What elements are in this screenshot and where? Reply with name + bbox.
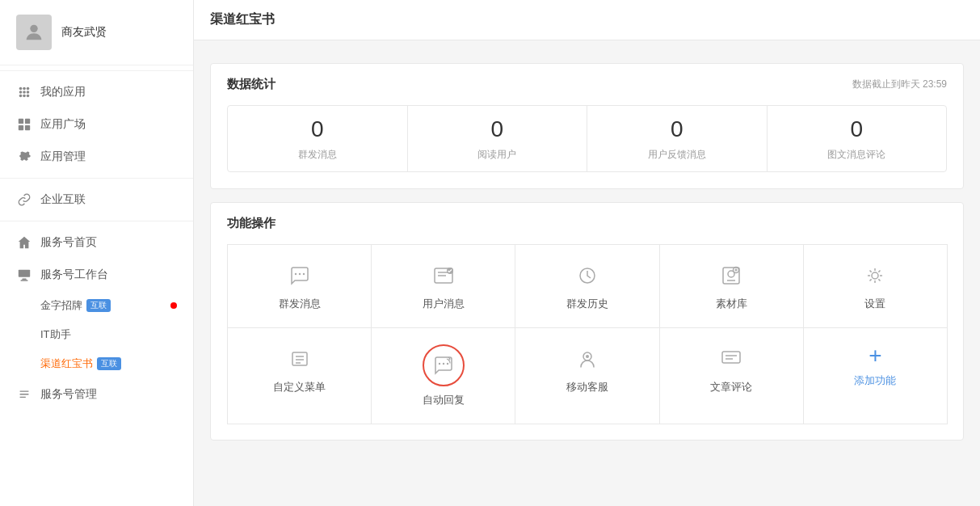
sidebar-label-my-apps: 我的应用 xyxy=(40,85,86,99)
svg-point-17 xyxy=(294,272,296,274)
stat-user-feedback: 0 用户反馈消息 xyxy=(587,105,768,172)
func-label-settings: 设置 xyxy=(864,297,885,311)
sidebar-label-service-workbench: 服务号工作台 xyxy=(40,268,108,282)
sidebar-sub-label-jinzi: 金字招牌 xyxy=(40,298,82,313)
func-section: 功能操作 群发消息 xyxy=(210,202,964,441)
apps-icon xyxy=(16,85,32,99)
stat-label-0: 群发消息 xyxy=(236,148,399,162)
func-label-add: 添加功能 xyxy=(854,373,896,388)
svg-point-37 xyxy=(443,362,444,364)
material-icon xyxy=(717,261,746,290)
func-article-comment[interactable]: 文章评论 xyxy=(659,327,804,424)
svg-point-38 xyxy=(447,362,448,364)
func-label-mass-history: 群发历史 xyxy=(566,297,608,311)
svg-rect-10 xyxy=(19,119,23,124)
svg-rect-16 xyxy=(21,280,28,280)
sidebar-label-service-manage: 服务号管理 xyxy=(40,387,97,402)
menu-icon xyxy=(285,344,314,373)
stat-number-3: 0 xyxy=(776,116,939,143)
stats-note: 数据截止到昨天 23:59 xyxy=(852,78,947,91)
func-user-msg[interactable]: 用户消息 xyxy=(371,244,515,328)
stat-number-2: 0 xyxy=(595,116,759,143)
sidebar-item-service-home[interactable]: 服务号首页 xyxy=(0,226,193,259)
sidebar-item-app-manage[interactable]: 应用管理 xyxy=(0,141,193,173)
stat-label-3: 图文消息评论 xyxy=(776,148,939,162)
main-content: 渠道红宝书 数据统计 数据截止到昨天 23:59 0 群发消息 0 阅读用户 0 xyxy=(194,0,980,506)
stats-section: 数据统计 数据截止到昨天 23:59 0 群发消息 0 阅读用户 0 用户反馈消… xyxy=(210,63,964,189)
sidebar-label-app-manage: 应用管理 xyxy=(40,150,86,164)
plus-icon: + xyxy=(869,344,881,367)
stat-mass-msg: 0 群发消息 xyxy=(227,105,408,172)
user-msg-icon xyxy=(429,261,458,290)
divider-2 xyxy=(0,178,193,179)
channel-tag: 互联 xyxy=(97,357,121,370)
divider-3 xyxy=(0,221,193,221)
gear-icon xyxy=(16,150,32,164)
svg-rect-12 xyxy=(19,125,23,130)
sidebar-label-app-market: 应用广场 xyxy=(40,117,86,132)
stat-label-2: 用户反馈消息 xyxy=(595,148,759,162)
svg-point-1 xyxy=(19,87,23,91)
page-title: 渠道红宝书 xyxy=(194,0,980,40)
func-label-user-msg: 用户消息 xyxy=(423,297,465,311)
sidebar-sub-label-channel: 渠道红宝书 xyxy=(40,356,93,371)
manage-icon xyxy=(16,387,32,402)
mobile-service-icon xyxy=(573,344,602,373)
svg-point-0 xyxy=(30,25,37,32)
func-label-custom-menu: 自定义菜单 xyxy=(273,380,326,394)
stat-number-0: 0 xyxy=(236,116,399,143)
svg-rect-14 xyxy=(19,270,30,277)
func-row-1: 群发消息 用户消息 xyxy=(227,244,947,328)
stat-label-1: 阅读用户 xyxy=(416,148,579,162)
func-label-material: 素材库 xyxy=(716,297,747,311)
sidebar-item-service-workbench[interactable]: 服务号工作台 xyxy=(0,259,193,291)
svg-point-3 xyxy=(27,87,30,91)
sidebar-sub-it-assistant[interactable]: IT助手 xyxy=(0,320,193,349)
sidebar-sub-channel-red[interactable]: 渠道红宝书 互联 xyxy=(0,349,193,378)
func-mass-msg[interactable]: 群发消息 xyxy=(227,244,372,328)
svg-point-19 xyxy=(302,272,304,274)
avatar xyxy=(16,15,52,50)
stat-read-users: 0 阅读用户 xyxy=(407,105,588,172)
svg-point-9 xyxy=(27,95,30,98)
func-label-mass-msg: 群发消息 xyxy=(279,297,321,311)
func-mass-history[interactable]: 群发历史 xyxy=(515,244,659,328)
sidebar-sub-label-it: IT助手 xyxy=(40,327,71,342)
sidebar-item-app-market[interactable]: 应用广场 xyxy=(0,108,193,141)
svg-point-5 xyxy=(23,91,26,94)
func-settings[interactable]: 设置 xyxy=(803,244,948,328)
func-label-mobile-service: 移动客服 xyxy=(566,380,608,394)
svg-point-2 xyxy=(23,87,26,91)
svg-point-40 xyxy=(586,355,589,358)
func-custom-menu[interactable]: 自定义菜单 xyxy=(227,327,372,424)
func-label-auto-reply: 自动回复 xyxy=(423,393,465,407)
svg-rect-11 xyxy=(25,119,30,124)
svg-point-31 xyxy=(872,272,878,279)
svg-point-6 xyxy=(27,91,30,94)
func-auto-reply[interactable]: 自动回复 xyxy=(371,327,515,424)
func-mobile-service[interactable]: 移动客服 xyxy=(515,327,659,424)
svg-rect-13 xyxy=(25,125,30,130)
func-material[interactable]: 素材库 xyxy=(659,244,804,328)
svg-point-18 xyxy=(298,272,300,274)
sidebar-sub-jinzi[interactable]: 金字招牌 互联 xyxy=(0,291,193,320)
func-add[interactable]: + 添加功能 xyxy=(803,327,948,424)
home-icon xyxy=(16,235,32,250)
auto-reply-circle xyxy=(423,344,465,386)
func-row-2: 自定义菜单 xyxy=(227,327,947,424)
svg-point-7 xyxy=(19,95,23,98)
settings-icon xyxy=(860,261,890,290)
func-title: 功能操作 xyxy=(227,216,275,231)
svg-point-4 xyxy=(19,91,23,94)
chat-dots-icon xyxy=(285,261,314,290)
sidebar-item-service-manage[interactable]: 服务号管理 xyxy=(0,378,193,411)
sidebar-item-enterprise[interactable]: 企业互联 xyxy=(0,183,193,216)
jinzi-tag: 互联 xyxy=(86,299,111,312)
grid-icon xyxy=(16,117,32,132)
profile-name: 商友武贤 xyxy=(61,25,107,40)
func-label-article-comment: 文章评论 xyxy=(710,380,752,394)
divider-1 xyxy=(0,70,193,71)
content-area: 数据统计 数据截止到昨天 23:59 0 群发消息 0 阅读用户 0 用户反馈消… xyxy=(194,50,980,466)
workbench-icon xyxy=(16,268,32,282)
sidebar-item-my-apps[interactable]: 我的应用 xyxy=(0,76,193,108)
